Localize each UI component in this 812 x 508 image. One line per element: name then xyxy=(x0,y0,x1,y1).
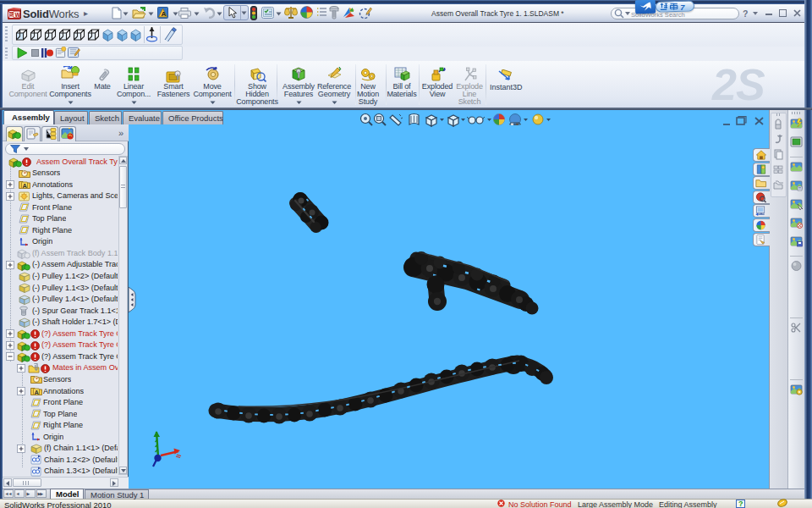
svg-text:W: W xyxy=(15,12,21,18)
svg-text:A: A xyxy=(23,182,28,189)
svg-text:7: 7 xyxy=(680,3,685,10)
svg-text:S: S xyxy=(9,12,14,18)
svg-text:A: A xyxy=(35,389,40,395)
svg-text:A: A xyxy=(162,10,167,18)
